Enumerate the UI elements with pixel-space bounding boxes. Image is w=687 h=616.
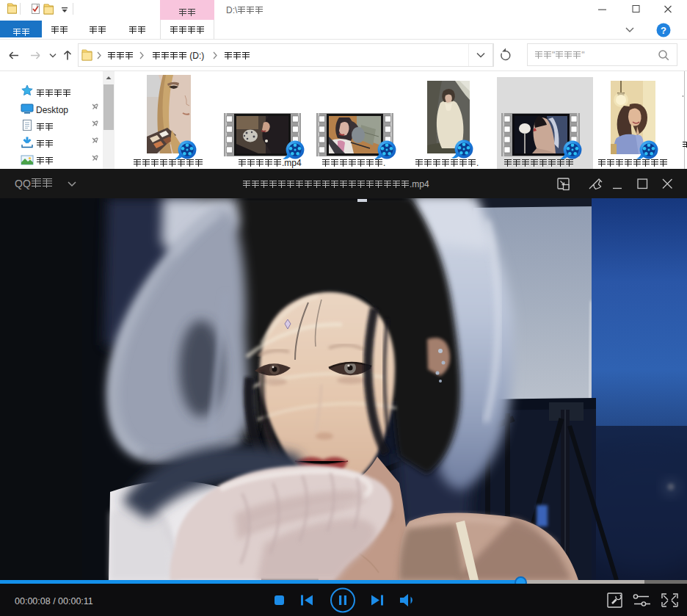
svg-text:?: ? [661, 25, 666, 36]
